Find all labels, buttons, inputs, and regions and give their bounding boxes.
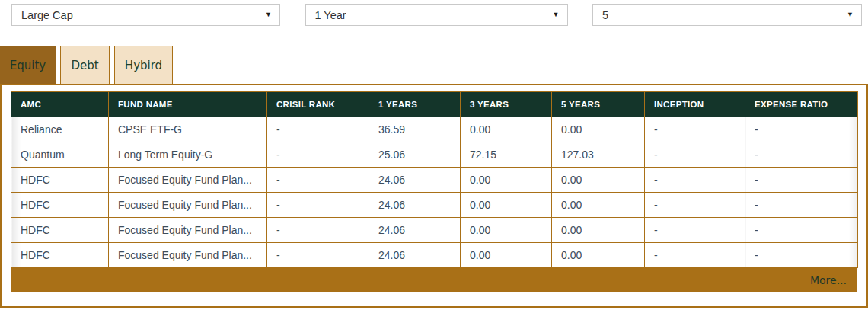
cell-fund-name: Focused Equity Fund Plan... [109, 243, 267, 268]
cell-5-years: 0.00 [552, 218, 645, 243]
column-header-1-years: 1 YEARS [369, 92, 461, 117]
category-tabs: Equity Debt Hybird [0, 46, 868, 84]
tab-debt[interactable]: Debt [60, 46, 110, 84]
chevron-down-icon: ▼ [265, 11, 272, 18]
result-count-value: 5 [602, 9, 608, 21]
cell-expense-ratio: - [745, 243, 858, 268]
cell-inception: - [645, 168, 745, 193]
cell-1-years: 24.06 [369, 168, 461, 193]
tab-hybird[interactable]: Hybird [114, 46, 173, 84]
fund-screener-page: Large Cap ▼ 1 Year ▼ 5 ▼ Equity Debt Hyb… [0, 4, 868, 308]
results-panel: AMC FUND NAME CRISIL RANK 1 YEARS 3 YEAR… [0, 84, 868, 308]
cell-fund-name: Focused Equity Fund Plan... [109, 218, 267, 243]
table-row: QuantumLong Term Equity-G-25.0672.15127.… [11, 142, 858, 168]
cell-3-years: 72.15 [461, 142, 552, 168]
cell-3-years: 0.00 [461, 117, 552, 142]
column-header-fund-name: FUND NAME [109, 92, 267, 117]
cell-1-years: 24.06 [369, 218, 461, 243]
more-link[interactable]: More... [810, 274, 847, 286]
cell-fund-name: Long Term Equity-G [109, 142, 267, 168]
cell-5-years: 0.00 [552, 243, 645, 268]
fund-category-value: Large Cap [21, 9, 73, 21]
chevron-down-icon: ▼ [847, 11, 854, 18]
column-header-5-years: 5 YEARS [552, 92, 645, 117]
cell-1-years: 36.59 [369, 117, 461, 142]
cell-inception: - [645, 243, 745, 268]
cell-1-years: 24.06 [369, 243, 461, 268]
cell-expense-ratio: - [745, 168, 858, 193]
cell-expense-ratio: - [745, 218, 858, 243]
filter-bar: Large Cap ▼ 1 Year ▼ 5 ▼ [11, 4, 862, 26]
cell-amc: Reliance [11, 117, 109, 142]
table-row: HDFCFocused Equity Fund Plan...-24.060.0… [11, 243, 858, 268]
cell-amc: HDFC [11, 168, 109, 193]
chevron-down-icon: ▼ [553, 11, 560, 18]
cell-fund-name: Focused Equity Fund Plan... [109, 193, 267, 218]
column-header-expense-ratio: EXPENSE RATIO [745, 92, 858, 117]
cell-expense-ratio: - [745, 193, 858, 218]
table-row: RelianceCPSE ETF-G-36.590.000.00-- [11, 117, 858, 142]
cell-crisil-rank: - [267, 243, 369, 268]
cell-3-years: 0.00 [461, 218, 552, 243]
cell-5-years: 0.00 [552, 168, 645, 193]
cell-crisil-rank: - [267, 142, 369, 168]
column-header-3-years: 3 YEARS [461, 92, 552, 117]
cell-expense-ratio: - [745, 117, 858, 142]
cell-crisil-rank: - [267, 168, 369, 193]
cell-amc: Quantum [11, 142, 109, 168]
cell-1-years: 24.06 [369, 193, 461, 218]
table-row: HDFCFocused Equity Fund Plan...-24.060.0… [11, 218, 858, 243]
cell-1-years: 25.06 [369, 142, 461, 168]
column-header-inception: INCEPTION [645, 92, 745, 117]
column-header-amc: AMC [11, 92, 109, 117]
table-row: HDFCFocused Equity Fund Plan...-24.060.0… [11, 193, 858, 218]
cell-fund-name: CPSE ETF-G [109, 117, 267, 142]
tab-equity[interactable]: Equity [0, 46, 56, 84]
cell-crisil-rank: - [267, 193, 369, 218]
cell-inception: - [645, 218, 745, 243]
cell-amc: HDFC [11, 218, 109, 243]
cell-3-years: 0.00 [461, 168, 552, 193]
cell-5-years: 127.03 [552, 142, 645, 168]
column-header-crisil-rank: CRISIL RANK [267, 92, 369, 117]
time-period-value: 1 Year [315, 9, 346, 21]
cell-inception: - [645, 117, 745, 142]
more-bar: More... [11, 268, 857, 292]
result-count-select[interactable]: 5 ▼ [592, 4, 862, 26]
cell-3-years: 0.00 [461, 193, 552, 218]
funds-table-body: RelianceCPSE ETF-G-36.590.000.00--Quantu… [11, 117, 858, 268]
time-period-select[interactable]: 1 Year ▼ [305, 4, 568, 26]
fund-category-select[interactable]: Large Cap ▼ [11, 4, 280, 26]
cell-5-years: 0.00 [552, 117, 645, 142]
cell-5-years: 0.00 [552, 193, 645, 218]
cell-crisil-rank: - [267, 218, 369, 243]
cell-expense-ratio: - [745, 142, 858, 168]
cell-inception: - [645, 142, 745, 168]
table-header-row: AMC FUND NAME CRISIL RANK 1 YEARS 3 YEAR… [11, 92, 858, 117]
funds-table: AMC FUND NAME CRISIL RANK 1 YEARS 3 YEAR… [11, 91, 858, 268]
cell-inception: - [645, 193, 745, 218]
cell-crisil-rank: - [267, 117, 369, 142]
cell-fund-name: Focused Equity Fund Plan... [109, 168, 267, 193]
cell-amc: HDFC [11, 193, 109, 218]
cell-amc: HDFC [11, 243, 109, 268]
cell-3-years: 0.00 [461, 243, 552, 268]
table-row: HDFCFocused Equity Fund Plan...-24.060.0… [11, 168, 858, 193]
